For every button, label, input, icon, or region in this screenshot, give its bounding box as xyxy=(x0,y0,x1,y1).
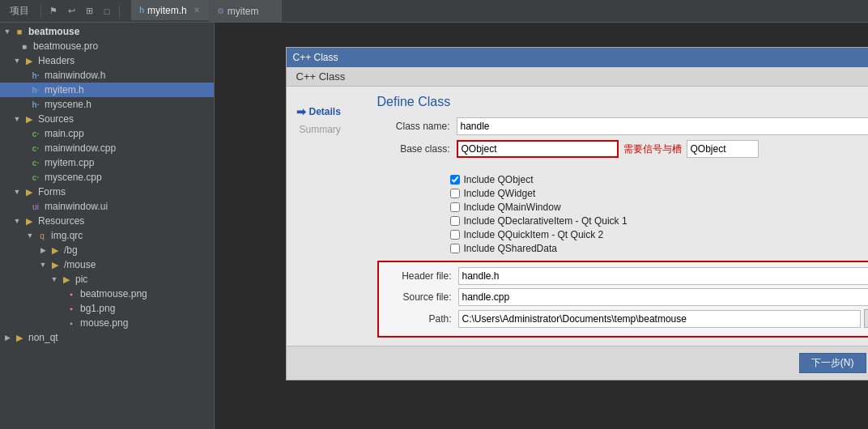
checkbox-qmainwindow-input[interactable] xyxy=(450,202,460,212)
tab-bar: h myitem.h ✕ ⚙ myitem xyxy=(131,0,865,22)
label-mainwindow-ui: mainwindow.ui xyxy=(45,201,108,212)
tree-item-bg[interactable]: ▶ ▶ /bg xyxy=(0,243,214,257)
base-class-input[interactable] xyxy=(457,140,619,158)
folder-mouse-icon: ▶ xyxy=(49,259,62,270)
nav-summary-label: Summary xyxy=(300,124,341,135)
link-icon[interactable]: ↩ xyxy=(64,4,79,19)
tree-item-mouse[interactable]: ▼ ▶ /mouse xyxy=(0,257,214,272)
base-class-dropdown[interactable]: QObject QWidget QMainWindow xyxy=(687,140,759,158)
tree-item-non-qt[interactable]: ▶ ▶ non_qt xyxy=(0,330,214,345)
arrow-bg: ▶ xyxy=(37,246,49,254)
tree-item-forms[interactable]: ▼ ▶ Forms xyxy=(0,185,214,199)
label-forms: Forms xyxy=(38,186,66,198)
arrow-sources: ▼ xyxy=(11,115,23,123)
checkbox-qobject-input[interactable] xyxy=(450,175,460,185)
top-bar: 项目 ⚑ ↩ ⊞ □ h myitem.h ✕ ⚙ myitem xyxy=(0,0,868,23)
h-icon-myscene: h· xyxy=(29,99,42,110)
h-file-icon: h xyxy=(139,6,144,15)
tree-item-bg1-png[interactable]: ▪ bg1.png xyxy=(0,301,214,316)
label-pic: pic xyxy=(75,274,87,285)
tab-close-icon[interactable]: ✕ xyxy=(194,6,200,15)
dialog-title-bar: C++ Class ✕ xyxy=(287,48,869,67)
h-icon-myitem: h· xyxy=(29,84,42,96)
header-file-row: Header file: xyxy=(385,267,869,285)
tree-item-main-cpp[interactable]: c· main.cpp xyxy=(0,126,214,141)
folder-non-qt-icon: ▶ xyxy=(13,332,26,343)
cpp-icon-mainwindow: c· xyxy=(29,142,42,154)
source-file-input[interactable] xyxy=(458,288,869,306)
label-myscene-cpp: myscene.cpp xyxy=(45,172,102,183)
tab-myitem-h[interactable]: h myitem.h ✕ xyxy=(131,0,209,22)
browse-button[interactable]: 浏览... xyxy=(864,309,868,328)
dialog-cpp-class: C++ Class ✕ C++ Class ➡ Details Summary xyxy=(286,47,869,380)
png-icon-mouse: ▪ xyxy=(65,317,78,329)
filter-icon[interactable]: ⚑ xyxy=(46,4,61,19)
checkbox-qshareddata-input[interactable] xyxy=(450,244,460,253)
arrow-img-qrc: ▼ xyxy=(24,231,36,240)
label-main-cpp: main.cpp xyxy=(45,128,84,139)
nav-arrow-icon: ➡ xyxy=(296,105,306,118)
arrow-headers: ▼ xyxy=(11,57,23,65)
label-non-qt: non_qt xyxy=(28,332,58,343)
h-icon-mainwindow: h· xyxy=(29,70,42,81)
base-class-select-wrapper: QObject QWidget QMainWindow xyxy=(687,140,869,158)
tree-item-beatmouse-pro[interactable]: ■ beatmouse.pro xyxy=(0,39,214,53)
path-row: Path: 浏览... xyxy=(385,309,869,328)
tree-item-myscene-h[interactable]: h· myscene.h xyxy=(0,97,214,112)
label-myitem-cpp: myitem.cpp xyxy=(45,157,94,168)
tree-item-beatmouse[interactable]: ▼ ■ beatmouse xyxy=(0,24,214,39)
header-file-input[interactable] xyxy=(458,267,869,285)
base-class-row: Base class: 需要信号与槽 QObject QWidget QMain… xyxy=(377,140,869,158)
tree-item-mainwindow-cpp[interactable]: c· mainwindow.cpp xyxy=(0,141,214,155)
checkbox-qmainwindow-label: Include QMainWindow xyxy=(464,202,561,213)
label-myitem-h: myitem.h xyxy=(45,84,84,96)
class-name-input[interactable] xyxy=(457,117,869,135)
checkbox-qquickitem-label: Include QQuickItem - Qt Quick 2 xyxy=(464,229,604,240)
label-beatmouse-png: beatmouse.png xyxy=(80,288,147,299)
cpp-icon-myscene: c· xyxy=(29,172,42,183)
tab-myitem[interactable]: ⚙ myitem xyxy=(209,0,282,22)
tree-item-myscene-cpp[interactable]: c· myscene.cpp xyxy=(0,170,214,185)
tree-item-mainwindow-ui[interactable]: ui mainwindow.ui xyxy=(0,199,214,214)
tree-item-myitem-h[interactable]: h· myitem.h xyxy=(0,83,214,97)
next-button[interactable]: 下一步(N) xyxy=(799,353,866,373)
tree-item-pic[interactable]: ▼ ▶ pic xyxy=(0,272,214,287)
nav-details[interactable]: ➡ Details xyxy=(296,103,358,121)
tree-item-sources[interactable]: ▼ ▶ Sources xyxy=(0,112,214,126)
toolbar-separator xyxy=(40,5,41,18)
tree-item-mainwindow-h[interactable]: h· mainwindow.h xyxy=(0,68,214,83)
header-file-label: Header file: xyxy=(385,270,452,282)
expand-icon[interactable]: □ xyxy=(100,4,114,19)
dialog-overlay: C++ Class ✕ C++ Class ➡ Details Summary xyxy=(215,23,868,429)
checkbox-qwidget-input[interactable] xyxy=(450,189,460,198)
checkbox-qdeclarativeitem-input[interactable] xyxy=(450,216,460,226)
path-input[interactable] xyxy=(458,310,862,328)
folder-headers-icon: ▶ xyxy=(23,55,36,66)
tree-item-mouse-png[interactable]: ▪ mouse.png xyxy=(0,316,214,330)
tree-item-img-qrc[interactable]: ▼ q img.qrc xyxy=(0,228,214,243)
grid-icon[interactable]: ⊞ xyxy=(82,4,96,19)
label-bg: /bg xyxy=(64,244,78,256)
nav-summary[interactable]: Summary xyxy=(296,124,358,135)
label-img-qrc: img.qrc xyxy=(51,230,83,241)
base-class-note: 需要信号与槽 xyxy=(623,142,682,156)
tab-myitem-label: myitem xyxy=(228,6,259,17)
arrow-resources: ▼ xyxy=(11,217,23,225)
pro-file-icon: ■ xyxy=(18,40,31,52)
gear-icon: ⚙ xyxy=(217,6,224,15)
label-mainwindow-h: mainwindow.h xyxy=(45,70,105,81)
files-section: Header file: Source file: Path: 浏览... xyxy=(377,261,869,338)
tree-item-headers[interactable]: ▼ ▶ Headers xyxy=(0,53,214,68)
dialog-subtitle: C++ Class xyxy=(287,67,869,87)
tree-item-myitem-cpp[interactable]: c· myitem.cpp xyxy=(0,155,214,170)
label-bg1-png: bg1.png xyxy=(80,303,115,314)
base-class-label: Base class: xyxy=(377,143,450,155)
checkbox-qquickitem-input[interactable] xyxy=(450,230,460,240)
tree-item-resources[interactable]: ▼ ▶ Resources xyxy=(0,214,214,228)
arrow-beatmouse: ▼ xyxy=(2,28,13,36)
qrc-icon: q xyxy=(36,230,49,241)
tree-item-beatmouse-png[interactable]: ▪ beatmouse.png xyxy=(0,287,214,301)
checkbox-qdeclarativeitem: Include QDeclarativeItem - Qt Quick 1 xyxy=(450,215,869,227)
label-headers: Headers xyxy=(38,55,74,66)
sidebar: ▼ ■ beatmouse ■ beatmouse.pro ▼ ▶ Header… xyxy=(0,23,215,429)
